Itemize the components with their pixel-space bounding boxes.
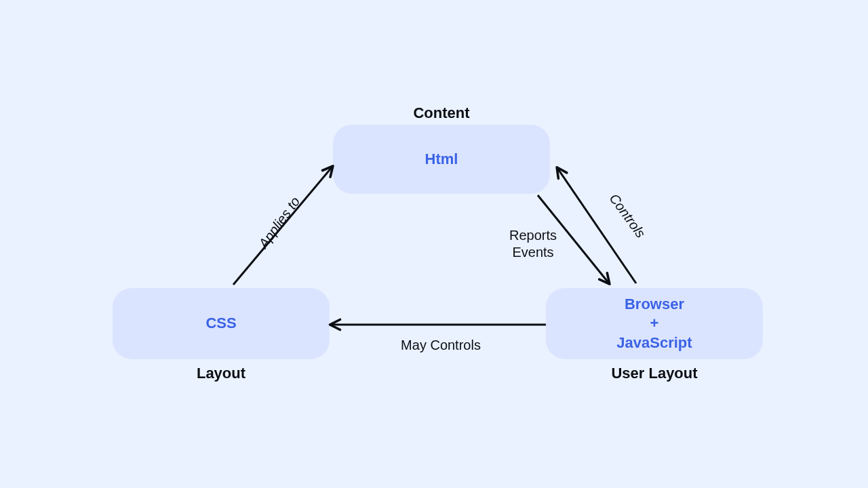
node-browser-line1: Browser bbox=[625, 295, 684, 314]
node-browser: Browser + JavaScript bbox=[546, 288, 763, 359]
edge-applies-to-label: Applies to bbox=[249, 185, 311, 261]
node-browser-caption: User Layout bbox=[546, 365, 763, 382]
edge-reports-events-label: Reports Events bbox=[492, 227, 574, 261]
node-css-caption: Layout bbox=[113, 365, 330, 382]
edge-controls-label: Controls bbox=[599, 181, 656, 251]
node-css-title: CSS bbox=[205, 314, 236, 333]
edge-reports-line2: Events bbox=[492, 244, 574, 261]
arrows-layer bbox=[0, 0, 868, 488]
node-html-caption: Content bbox=[333, 104, 550, 122]
node-css: CSS bbox=[113, 288, 330, 359]
node-browser-line2: + bbox=[650, 314, 659, 333]
node-html: Html bbox=[333, 125, 550, 194]
node-browser-line3: JavaScript bbox=[616, 333, 692, 353]
node-html-title: Html bbox=[425, 150, 458, 169]
edge-reports-line1: Reports bbox=[492, 227, 574, 244]
edge-may-controls-label: May Controls bbox=[380, 337, 502, 354]
